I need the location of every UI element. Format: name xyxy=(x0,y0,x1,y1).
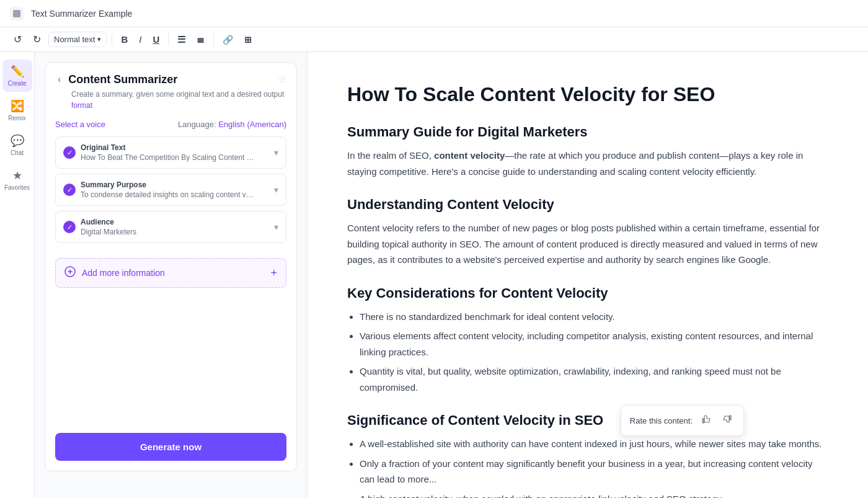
undo-button[interactable]: ↺ xyxy=(10,31,25,48)
content-intro: In the realm of SEO, content velocity—th… xyxy=(347,148,828,179)
add-more-label: Add more information xyxy=(82,268,264,278)
thumbs-up-button[interactable] xyxy=(699,412,714,429)
list-item-2: Various elements affect content velocity… xyxy=(360,328,828,360)
content-h2-1: Summary Guide for Digital Marketers xyxy=(347,124,828,140)
list-item-1: There is no standardized benchmark for i… xyxy=(360,309,828,325)
field-divider xyxy=(55,248,286,256)
sidebar-item-create[interactable]: ✏️ Create xyxy=(2,60,32,92)
generate-button[interactable]: Generate now xyxy=(55,433,286,461)
content-h1: How To Scale Content Velocity for SEO xyxy=(347,82,828,107)
panel-description-link[interactable]: format xyxy=(71,101,92,110)
language-text: Language: English (American) xyxy=(178,120,286,129)
panel-favorite-icon[interactable]: ☆ xyxy=(278,74,286,86)
toolbar-divider-3 xyxy=(213,33,214,46)
field-original-text[interactable]: ✓ Original Text How To Beat The Competit… xyxy=(55,136,286,169)
text-style-select[interactable]: Normal text ▾ xyxy=(48,32,107,47)
chevron-icon-audience: ▾ xyxy=(274,222,278,232)
bold-button[interactable]: B xyxy=(117,32,131,47)
app-title: Text Summarizer Example xyxy=(31,9,132,19)
add-more-information-row[interactable]: Add more information + xyxy=(55,258,286,288)
panel-header: ‹ Content Summarizer ☆ xyxy=(55,73,286,86)
toolbar: ↺ ↻ Normal text ▾ B I U ☰ ≣ 🔗 ⊞ xyxy=(0,27,868,52)
add-more-plus-icon: + xyxy=(270,267,277,280)
content-list-2: A well-established site with authority c… xyxy=(360,436,828,498)
field-original-text-content: Original Text How To Beat The Competitio… xyxy=(81,143,269,162)
panel-voice-row: Select a voice Language: English (Americ… xyxy=(55,120,286,129)
content-h2-3: Key Considerations for Content Velocity xyxy=(347,285,828,301)
field-audience-label: Audience xyxy=(81,218,269,226)
check-icon-purpose: ✓ xyxy=(63,184,76,196)
sidebar-item-remix[interactable]: 🔀 Remix xyxy=(2,94,32,127)
chevron-down-icon: ▾ xyxy=(97,35,101,43)
field-original-text-label: Original Text xyxy=(81,143,269,152)
sidebar-item-chat[interactable]: 💬 Chat xyxy=(2,129,32,161)
panel-description: Create a summary, given some original te… xyxy=(71,89,286,111)
underline-button[interactable]: U xyxy=(149,32,163,47)
redo-button[interactable]: ↻ xyxy=(29,31,45,48)
list-item-3: Quantity is vital, but quality, website … xyxy=(360,363,828,395)
toolbar-divider-1 xyxy=(112,33,112,46)
star-icon: ★ xyxy=(12,169,22,182)
top-bar: Text Summarizer Example xyxy=(0,0,868,27)
field-audience-value: Digital Marketers xyxy=(81,228,254,236)
create-icon: ✏️ xyxy=(11,64,24,78)
italic-button[interactable]: I xyxy=(135,32,145,47)
panel-bottom: Generate now xyxy=(55,423,286,461)
image-button[interactable]: ⊞ xyxy=(241,32,255,47)
sidebar-item-favorites[interactable]: ★ Favorites xyxy=(2,164,32,196)
select-voice-link[interactable]: Select a voice xyxy=(55,120,105,129)
field-summary-purpose-value: To condense detailed insights on scaling… xyxy=(81,190,254,199)
list-item-5: Only a fraction of your content may sign… xyxy=(360,456,828,487)
list-item-4: A well-established site with authority c… xyxy=(360,436,828,452)
app-icon xyxy=(10,7,24,20)
check-icon-audience: ✓ xyxy=(63,221,76,233)
rate-label: Rate this content: xyxy=(630,416,693,425)
chevron-icon-original: ▾ xyxy=(274,148,278,158)
content-area: How To Scale Content Velocity for SEO Su… xyxy=(308,52,868,498)
bullet-list-button[interactable]: ☰ xyxy=(174,32,189,48)
language-link[interactable]: English (American) xyxy=(218,120,286,129)
field-audience-content: Audience Digital Marketers xyxy=(81,218,269,236)
panel-back-button[interactable]: ‹ xyxy=(55,73,63,86)
field-audience[interactable]: ✓ Audience Digital Marketers ▾ xyxy=(55,211,286,243)
field-summary-purpose-label: Summary Purpose xyxy=(81,180,269,189)
field-original-text-value: How To Beat The Competition By Scaling C… xyxy=(81,153,254,162)
check-mark: ✓ xyxy=(67,149,73,157)
link-button[interactable]: 🔗 xyxy=(219,32,237,47)
chat-icon: 💬 xyxy=(11,134,24,148)
add-info-icon xyxy=(64,266,76,280)
list-item-6: A high content velocity, when coupled wi… xyxy=(360,491,828,499)
field-summary-purpose[interactable]: ✓ Summary Purpose To condense detailed i… xyxy=(55,174,286,206)
field-summary-purpose-content: Summary Purpose To condense detailed ins… xyxy=(81,180,269,199)
panel-spacer xyxy=(55,288,286,423)
content-h2-4: Significance of Content Velocity in SEO xyxy=(347,412,828,429)
thumbs-down-icon xyxy=(722,414,732,424)
check-icon-original: ✓ xyxy=(63,146,76,159)
remix-icon: 🔀 xyxy=(11,99,24,113)
text-style-label: Normal text xyxy=(54,35,95,44)
check-mark-3: ✓ xyxy=(67,223,73,231)
check-mark-2: ✓ xyxy=(67,186,73,194)
chevron-icon-purpose: ▾ xyxy=(274,185,278,195)
content-h2-2: Understanding Content Velocity xyxy=(347,197,828,213)
thumbs-down-button[interactable] xyxy=(720,412,735,429)
panel-card: ‹ Content Summarizer ☆ Create a summary,… xyxy=(45,62,297,471)
rate-tooltip: Rate this content: xyxy=(621,405,744,436)
content-list-1: There is no standardized benchmark for i… xyxy=(360,309,828,396)
sidebar: ✏️ Create 🔀 Remix 💬 Chat ★ Favorites xyxy=(0,52,35,498)
panel-area: ‹ Content Summarizer ☆ Create a summary,… xyxy=(35,52,308,498)
toolbar-divider-2 xyxy=(168,33,169,46)
thumbs-up-icon xyxy=(701,414,711,424)
svg-rect-1 xyxy=(13,10,20,17)
content-para1: Content velocity refers to the number of… xyxy=(347,220,828,268)
panel-title: Content Summarizer xyxy=(68,73,273,86)
numbered-list-button[interactable]: ≣ xyxy=(193,32,208,48)
